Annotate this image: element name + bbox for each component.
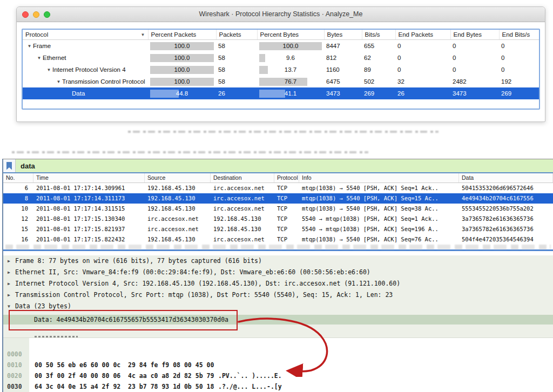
expander-open-icon[interactable]: ▼ bbox=[8, 301, 10, 312]
bytes-value: 1160 bbox=[324, 64, 362, 76]
col-header-destination[interactable]: Destination bbox=[211, 173, 274, 183]
end-bits-s-value: 0 bbox=[499, 64, 539, 76]
hex-row-0030[interactable]: 0030 fa f0 fa d1 00 00 4e 49 43 4b 20 70… bbox=[3, 370, 553, 381]
bytes-value: 8447 bbox=[324, 40, 362, 52]
packets-value: 58 bbox=[216, 64, 257, 76]
screenshot-root: Wireshark · Protocol Hierarchy Statistic… bbox=[0, 0, 553, 392]
col-header-no[interactable]: No. bbox=[3, 173, 33, 183]
expander-closed-icon[interactable]: ▶ bbox=[8, 278, 10, 289]
percent-bytes-bar: 13.7 bbox=[259, 66, 322, 74]
clipped-detail-line-artifact bbox=[3, 334, 553, 338]
end-bits-s-value: 269 bbox=[499, 87, 539, 99]
zoom-button[interactable] bbox=[44, 11, 50, 18]
expander-closed-icon[interactable]: ▶ bbox=[8, 267, 10, 278]
detail-ethernet[interactable]: ▶Ethernet II, Src: Vmware_84:fe:f9 (00:0… bbox=[3, 267, 553, 278]
packet-row-6[interactable]: 6 2011-08-01 17:17:14.309961 192.168.45.… bbox=[3, 183, 553, 193]
expander-open-icon[interactable]: ▼ bbox=[36, 56, 43, 60]
display-filter-input[interactable]: data bbox=[21, 162, 35, 170]
display-filter-bar[interactable]: data bbox=[3, 159, 553, 173]
detail-data-field-selected[interactable]: Data: 4e49434b20704c616755657b5553417d36… bbox=[3, 315, 553, 325]
packet-row-15[interactable]: 15 2011-08-01 17:17:15.821937 irc.acceso… bbox=[3, 224, 553, 234]
packets-value: 58 bbox=[216, 52, 257, 64]
detail-ipv4[interactable]: ▶Internet Protocol Version 4, Src: 192.1… bbox=[3, 278, 553, 289]
traffic-lights bbox=[22, 11, 50, 18]
end-packets-value: 32 bbox=[395, 76, 450, 87]
col-header-percent-bytes[interactable]: Percent Bytes bbox=[257, 30, 324, 40]
packets-value: 58 bbox=[216, 76, 257, 87]
bits-s-value: 269 bbox=[362, 87, 395, 99]
end-bytes-value: 3473 bbox=[450, 87, 499, 99]
stats-window-titlebar[interactable]: Wireshark · Protocol Hierarchy Statistic… bbox=[17, 7, 545, 22]
end-bytes-value: 0 bbox=[450, 52, 499, 64]
packet-row-12[interactable]: 12 2011-08-01 17:17:15.130340 irc.acceso… bbox=[3, 214, 553, 224]
expander-closed-icon[interactable]: ▶ bbox=[8, 289, 10, 301]
stats-row-tcp[interactable]: ▼Transmission Control Protocol 100.0 58 … bbox=[23, 76, 539, 87]
stats-window-title: Wireshark · Protocol Hierarchy Statistic… bbox=[17, 7, 545, 22]
end-bits-s-value: 192 bbox=[499, 76, 539, 87]
close-button[interactable] bbox=[22, 11, 29, 18]
col-header-end-packets[interactable]: End Packets bbox=[395, 30, 450, 40]
stats-row-frame[interactable]: ▼Frame 100.0 58 100.0 8447 655 0 0 0 bbox=[23, 40, 539, 52]
col-header-data[interactable]: Data bbox=[459, 173, 553, 183]
col-header-protocol[interactable]: Protocol▼ bbox=[23, 30, 148, 40]
hex-row-0010[interactable]: 0010 00 3f 00 2f 40 00 80 06 4c aa c0 a8… bbox=[3, 349, 553, 360]
detail-tcp[interactable]: ▶Transmission Control Protocol, Src Port… bbox=[3, 289, 553, 301]
wireshark-main-window: data No. Time Source Destination Protoco… bbox=[2, 159, 553, 392]
percent-bytes-bar: 100.0 bbox=[259, 42, 322, 50]
packet-row-8-selected[interactable]: 8 2011-08-01 17:17:14.311173 192.168.45.… bbox=[3, 193, 553, 204]
packet-row-10[interactable]: 10 2011-08-01 17:17:14.311515 192.168.45… bbox=[3, 204, 553, 214]
percent-bytes-bar: 41.1 bbox=[259, 90, 322, 98]
bits-s-value: 502 bbox=[362, 76, 395, 87]
packets-value: 58 bbox=[216, 40, 257, 52]
detail-data-node[interactable]: ▼Data (23 bytes) bbox=[3, 301, 553, 312]
percent-packets-bar: 100.0 bbox=[150, 42, 214, 50]
protocol-hierarchy-window: Wireshark · Protocol Hierarchy Statistic… bbox=[16, 6, 545, 122]
hex-row-0040[interactable]: 0040 65 7b 55 53 41 7d 36 34 30 30 37 0d… bbox=[3, 381, 553, 392]
pane-splitter[interactable] bbox=[3, 249, 553, 251]
percent-packets-bar: 100.0 bbox=[150, 66, 214, 74]
end-bytes-value: 2482 bbox=[450, 76, 499, 87]
col-header-end-bits-s[interactable]: End Bits/s bbox=[499, 30, 539, 40]
bits-s-value: 62 bbox=[362, 52, 395, 64]
bytes-value: 812 bbox=[324, 52, 362, 64]
col-header-time[interactable]: Time bbox=[33, 173, 145, 183]
protocol-label: Transmission Control Protocol bbox=[62, 78, 145, 85]
illegible-blurred-text bbox=[12, 151, 368, 153]
protocol-label: Data bbox=[72, 90, 85, 97]
bytes-value: 3473 bbox=[324, 87, 362, 99]
col-header-percent-packets[interactable]: Percent Packets bbox=[148, 30, 216, 40]
col-header-bytes[interactable]: Bytes bbox=[324, 30, 362, 40]
packet-row-16[interactable]: 16 2011-08-01 17:17:15.822432 192.168.45… bbox=[3, 234, 553, 245]
stats-row-ipv4[interactable]: ▼Internet Protocol Version 4 100.0 58 13… bbox=[23, 64, 539, 76]
bits-s-value: 89 bbox=[362, 64, 395, 76]
packet-list-header: No. Time Source Destination Protocol Inf… bbox=[3, 173, 553, 183]
stats-window-body: Protocol▼ Percent Packets Packets Percen… bbox=[17, 22, 545, 110]
filter-bookmark-box[interactable] bbox=[3, 159, 16, 172]
col-header-bits-s[interactable]: Bits/s bbox=[362, 30, 395, 40]
col-header-source[interactable]: Source bbox=[145, 173, 211, 183]
col-header-end-bytes[interactable]: End Bytes bbox=[450, 30, 499, 40]
expander-open-icon[interactable]: ▼ bbox=[55, 79, 62, 84]
stats-row-ethernet[interactable]: ▼Ethernet 100.0 58 9.6 812 62 0 0 0 bbox=[23, 52, 539, 64]
protocol-label: Ethernet bbox=[43, 55, 66, 61]
percent-packets-bar: 44.8 bbox=[150, 90, 214, 98]
end-packets-value: 26 bbox=[395, 87, 450, 99]
col-header-info[interactable]: Info bbox=[299, 173, 459, 183]
hex-row-0020[interactable]: 0020 64 3c 04 0e 15 a4 2f 92 23 b7 78 93… bbox=[3, 360, 553, 370]
stats-row-data-selected[interactable]: Data 44.8 26 41.1 3473 269 26 3473 269 bbox=[23, 87, 539, 99]
protocol-label: Frame bbox=[33, 43, 51, 49]
clipped-packet-row-artifact bbox=[5, 245, 551, 249]
packets-value: 26 bbox=[216, 87, 257, 99]
minimize-button[interactable] bbox=[33, 11, 39, 18]
col-header-packets[interactable]: Packets bbox=[216, 30, 257, 40]
expander-open-icon[interactable]: ▼ bbox=[45, 67, 52, 72]
packet-details-pane: ▶Frame 8: 77 bytes on wire (616 bits), 7… bbox=[3, 255, 553, 334]
bytes-value: 6475 bbox=[324, 76, 362, 87]
percent-bytes-bar: 9.6 bbox=[259, 54, 322, 62]
detail-frame[interactable]: ▶Frame 8: 77 bytes on wire (616 bits), 7… bbox=[3, 255, 553, 267]
end-packets-value: 0 bbox=[395, 40, 450, 52]
col-header-protocol[interactable]: Protocol bbox=[274, 173, 299, 183]
expander-open-icon[interactable]: ▼ bbox=[26, 44, 33, 49]
hex-row-0000[interactable]: 0000 00 50 56 eb e6 60 00 0c 29 84 fe f9… bbox=[3, 338, 553, 349]
expander-closed-icon[interactable]: ▶ bbox=[8, 255, 10, 267]
